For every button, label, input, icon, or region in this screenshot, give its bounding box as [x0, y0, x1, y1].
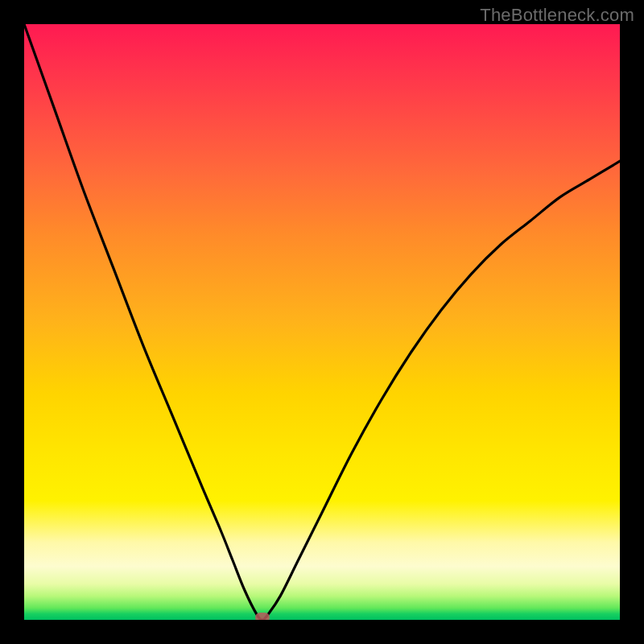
curve-path — [24, 24, 620, 620]
chart-frame: TheBottleneck.com — [0, 0, 644, 644]
watermark-text: TheBottleneck.com — [480, 5, 634, 26]
plot-area — [24, 24, 620, 620]
bottleneck-curve — [24, 24, 620, 620]
optimal-point-marker — [255, 613, 270, 620]
